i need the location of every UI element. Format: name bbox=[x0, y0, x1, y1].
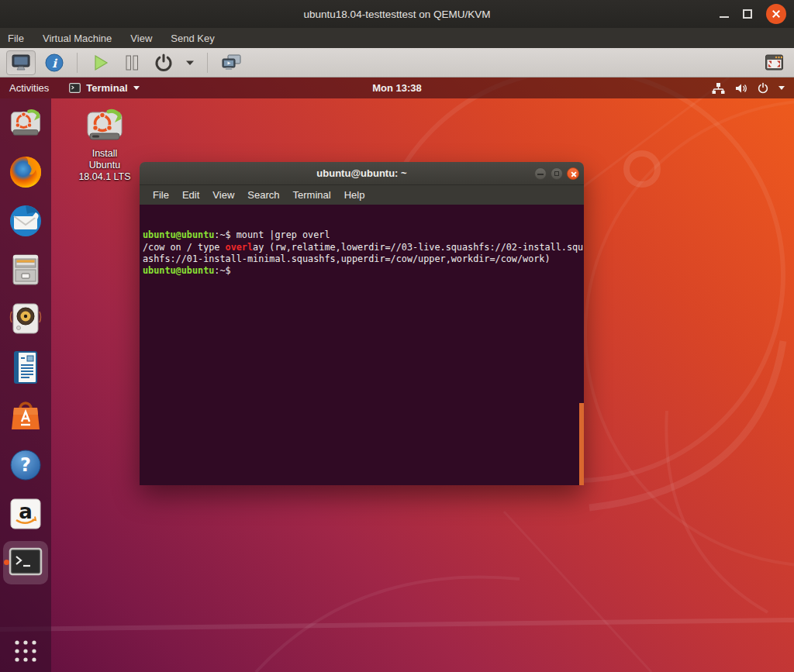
close-icon[interactable] bbox=[766, 4, 786, 24]
vm-window-title: ubuntu18.04-testtesttest on QEMU/KVM bbox=[0, 9, 794, 20]
show-applications-button[interactable] bbox=[0, 638, 51, 664]
virt-manager-window: ubuntu18.04-testtesttest on QEMU/KVM Fil… bbox=[0, 0, 794, 672]
guest-desktop: Activities Terminal Mon 13:38 bbox=[0, 78, 794, 672]
caret-down-icon bbox=[778, 86, 785, 90]
terminal-title: ubuntu@ubuntu: ~ bbox=[316, 167, 406, 179]
power-icon bbox=[154, 53, 174, 73]
fullscreen-button[interactable] bbox=[761, 50, 788, 75]
toolbar-separator bbox=[77, 53, 78, 73]
firefox-icon bbox=[8, 154, 43, 190]
caret-down-icon bbox=[133, 86, 140, 90]
terminal-line: ubuntu@ubuntu:~$ bbox=[143, 265, 578, 277]
minimize-icon[interactable] bbox=[720, 16, 729, 18]
terminal-menu-edit[interactable]: Edit bbox=[176, 189, 205, 201]
libreoffice-writer-icon bbox=[8, 350, 43, 385]
vm-toolbar: i bbox=[0, 48, 794, 78]
dock-item-help[interactable]: ? bbox=[3, 443, 48, 487]
ubuntu-software-icon bbox=[8, 398, 43, 434]
shutdown-menu-button[interactable] bbox=[182, 50, 198, 75]
monitor-icon bbox=[10, 53, 32, 73]
power-icon bbox=[757, 82, 769, 95]
vm-menubar: File Virtual Machine View Send Key bbox=[0, 28, 794, 48]
dock: ? a bbox=[0, 98, 51, 672]
amazon-icon: a bbox=[9, 497, 43, 531]
caret-down-icon bbox=[185, 60, 195, 66]
terminal-menubar: File Edit View Search Terminal Help bbox=[140, 185, 584, 205]
vm-titlebar: ubuntu18.04-testtesttest on QEMU/KVM bbox=[0, 0, 794, 28]
maximize-icon[interactable] bbox=[551, 167, 563, 180]
desktop-icon-label: Install Ubuntu 18.04.1 LTS bbox=[78, 148, 130, 183]
rhythmbox-icon bbox=[8, 301, 43, 336]
fullscreen-icon bbox=[764, 53, 785, 73]
vm-info-button[interactable]: i bbox=[41, 50, 67, 75]
terminal-menu-search[interactable]: Search bbox=[241, 189, 285, 201]
maximize-icon[interactable] bbox=[743, 9, 752, 19]
terminal-menu-view[interactable]: View bbox=[206, 189, 240, 201]
terminal-window-controls bbox=[534, 167, 579, 180]
terminal-titlebar[interactable]: ubuntu@ubuntu: ~ bbox=[140, 162, 584, 185]
terminal-menu-help[interactable]: Help bbox=[338, 189, 371, 201]
dock-item-rhythmbox[interactable] bbox=[3, 297, 48, 340]
pause-button[interactable] bbox=[119, 50, 145, 75]
terminal-menu-file[interactable]: File bbox=[147, 189, 175, 201]
activities-button[interactable]: Activities bbox=[9, 82, 49, 94]
dock-item-ubuntu-software[interactable] bbox=[3, 395, 48, 438]
files-icon bbox=[8, 252, 43, 288]
dock-item-terminal[interactable] bbox=[3, 541, 48, 584]
terminal-line: ubuntu@ubuntu:~$ mount |grep overl bbox=[143, 229, 578, 241]
gnome-top-panel: Activities Terminal Mon 13:38 bbox=[0, 78, 794, 98]
terminal-window: ubuntu@ubuntu: ~ File Edit View Search T… bbox=[140, 162, 584, 485]
vm-window-controls bbox=[720, 0, 786, 28]
dock-item-firefox[interactable] bbox=[3, 150, 48, 194]
app-menu-label: Terminal bbox=[86, 82, 127, 94]
vm-menu-view[interactable]: View bbox=[130, 33, 152, 44]
app-menu-terminal[interactable]: Terminal bbox=[69, 82, 139, 94]
terminal-mini-icon bbox=[69, 83, 81, 93]
toolbar-separator bbox=[207, 53, 208, 73]
info-icon: i bbox=[44, 53, 64, 73]
help-icon: ? bbox=[9, 448, 43, 482]
terminal-scrollbar[interactable] bbox=[579, 205, 584, 485]
shutdown-button[interactable] bbox=[150, 50, 177, 75]
terminal-line: ashfs://01-install-minimal.squashfs,uppe… bbox=[143, 253, 578, 265]
displays-button[interactable] bbox=[217, 50, 245, 75]
desktop-icon-install-ubuntu[interactable]: Install Ubuntu 18.04.1 LTS bbox=[74, 105, 135, 183]
vm-menu-virtual-machine[interactable]: Virtual Machine bbox=[43, 33, 112, 44]
dock-item-amazon[interactable]: a bbox=[3, 492, 48, 536]
svg-text:a: a bbox=[19, 500, 33, 523]
console-button[interactable] bbox=[6, 50, 36, 75]
app-grid-icon bbox=[12, 638, 39, 664]
thunderbird-icon bbox=[8, 203, 43, 239]
run-button[interactable] bbox=[87, 50, 113, 75]
play-icon bbox=[90, 53, 110, 73]
scrollbar-thumb[interactable] bbox=[579, 403, 584, 485]
install-ubuntu-icon bbox=[84, 105, 126, 146]
minimize-icon[interactable] bbox=[534, 167, 547, 180]
dock-item-libreoffice-writer[interactable] bbox=[3, 346, 48, 389]
close-icon[interactable] bbox=[567, 167, 579, 180]
network-wired-icon bbox=[712, 82, 725, 95]
volume-icon bbox=[734, 82, 747, 95]
svg-text:?: ? bbox=[20, 454, 31, 476]
terminal-output[interactable]: ubuntu@ubuntu:~$ mount |grep overl/cow o… bbox=[140, 205, 584, 485]
terminal-menu-terminal[interactable]: Terminal bbox=[287, 189, 337, 201]
pause-icon bbox=[122, 53, 142, 73]
system-status-area[interactable] bbox=[712, 78, 785, 98]
terminal-line: /cow on / type overlay (rw,relatime,lowe… bbox=[143, 242, 578, 253]
dock-item-install-ubuntu[interactable] bbox=[3, 102, 48, 145]
dock-item-thunderbird[interactable] bbox=[3, 199, 48, 243]
install-ubuntu-icon bbox=[8, 106, 43, 140]
vm-menu-file[interactable]: File bbox=[8, 33, 24, 44]
dock-item-files[interactable] bbox=[3, 248, 48, 291]
vm-menu-send-key[interactable]: Send Key bbox=[171, 33, 214, 44]
displays-icon bbox=[220, 53, 242, 73]
terminal-icon bbox=[8, 546, 43, 579]
